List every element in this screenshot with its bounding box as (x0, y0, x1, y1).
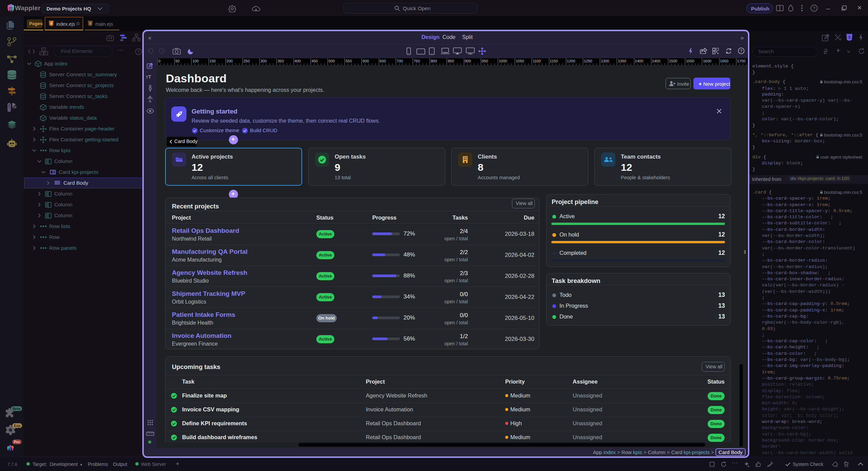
svg-text:3: 3 (848, 36, 850, 39)
svg-text:?: ? (813, 6, 815, 11)
svg-text:5: 5 (90, 22, 91, 25)
svg-text:?: ? (137, 49, 140, 54)
svg-text:5: 5 (51, 22, 52, 25)
svg-text:?: ? (740, 49, 743, 54)
